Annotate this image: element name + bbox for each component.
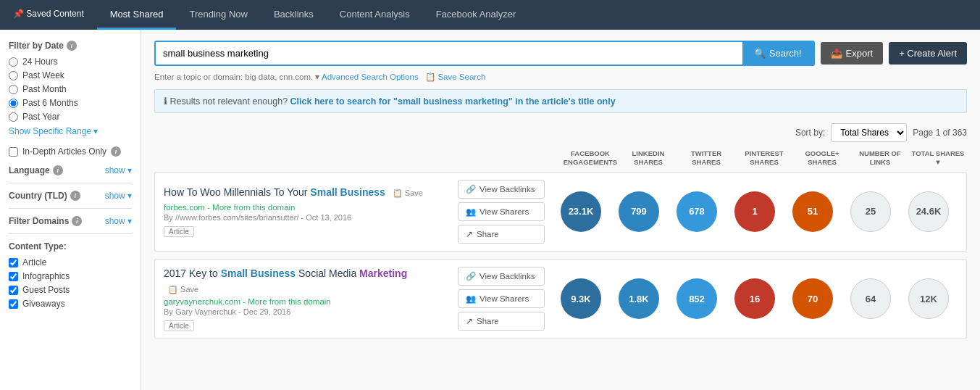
nav-item-facebook-analyzer[interactable]: Facebook Analyzer <box>423 0 529 30</box>
nav-item-trending-now[interactable]: Trending Now <box>176 0 260 30</box>
result-meta-2: By Gary Vaynerchuk - Dec 29, 2016 <box>164 307 451 316</box>
result-left-2: 2017 Key to Small Business Social Media … <box>164 267 451 332</box>
metric-linkedin-2: 1.8K <box>610 278 668 319</box>
view-backlinks-btn-1[interactable]: 🔗 View Backlinks <box>458 180 545 199</box>
result-meta-1: By //www.forbes.com/sites/briansutter/ -… <box>164 213 451 222</box>
search-button[interactable]: 🔍 Search! <box>742 42 813 65</box>
col-header-google-plus: GOOGLE+SHARES <box>793 149 851 167</box>
ct-giveaways-label: Giveaways <box>22 299 65 309</box>
search-input-wrap: 🔍 Search! <box>154 41 815 66</box>
action-btns-2: 🔗 View Backlinks 👥 View Sharers ↗ Share <box>458 267 545 331</box>
nav-item-saved-content[interactable]: 📌 Saved Content <box>0 0 97 30</box>
filter-date-title: Filter by Date <box>9 41 64 51</box>
save-result-2-link[interactable]: 📋 Save <box>168 285 198 294</box>
filter-domains-show-link[interactable]: show ▾ <box>105 216 132 226</box>
metrics-row-2: 9.3K 1.8K 852 16 70 64 12K <box>552 278 958 319</box>
sort-select[interactable]: Total Shares <box>831 123 907 142</box>
view-sharers-btn-2[interactable]: 👥 View Sharers <box>458 289 545 308</box>
ct-article-checkbox[interactable] <box>9 258 18 267</box>
nav-item-content-analysis[interactable]: Content Analysis <box>327 0 423 30</box>
backlinks-icon: 🔗 <box>466 184 476 194</box>
ct-guest-posts-checkbox[interactable] <box>9 286 18 295</box>
metric-pinterest-2: 16 <box>726 278 784 319</box>
search-hint: Enter a topic or domain: big data, cnn.c… <box>154 72 967 82</box>
sort-label: Sort by: <box>795 128 825 138</box>
share-btn-1[interactable]: ↗ Share <box>458 225 545 244</box>
radio-past-6-months[interactable]: Past 6 Months <box>9 98 132 108</box>
metric-pinterest-1: 1 <box>726 191 784 232</box>
export-icon: 📤 <box>831 48 842 59</box>
content-type-infographics: Infographics <box>9 271 132 281</box>
main-layout: Filter by Date i 24 Hours Past Week Past… <box>0 30 980 390</box>
result-left-1: How To Woo Millennials To Your Small Bus… <box>164 186 451 237</box>
date-filter-group: 24 Hours Past Week Past Month Past 6 Mon… <box>9 57 132 122</box>
main-content: 🔍 Search! 📤 Export + Create Alert Enter … <box>141 30 980 390</box>
search-icon: 🔍 <box>754 48 766 59</box>
filter-date-section: Filter by Date i <box>9 41 132 51</box>
show-specific-range-link[interactable]: Show Specific Range ▾ <box>9 126 132 136</box>
result-domain-2: garyvaynerchuk.com - More from this doma… <box>164 297 451 306</box>
search-bar-row: 🔍 Search! 📤 Export + Create Alert <box>154 41 967 66</box>
metric-linkedin-1: 799 <box>610 191 668 232</box>
language-info-icon[interactable]: i <box>53 165 63 175</box>
save-icon: 📋 <box>425 72 435 81</box>
indepth-info-icon[interactable]: i <box>111 146 121 157</box>
indepth-checkbox[interactable] <box>9 147 18 157</box>
metric-total-2: 12K <box>900 278 958 319</box>
radio-past-year-label: Past Year <box>22 112 59 122</box>
metric-facebook-2: 9.3K <box>552 278 610 319</box>
metric-links-1: 25 <box>842 191 900 232</box>
radio-past-week[interactable]: Past Week <box>9 70 132 80</box>
filter-domains-info-icon[interactable]: i <box>72 216 82 226</box>
search-input[interactable] <box>156 42 742 65</box>
advanced-search-link[interactable]: Advanced Search Options <box>322 72 419 81</box>
country-title: Country (TLD) i <box>9 191 80 201</box>
save-result-1-link[interactable]: 📋 Save <box>393 188 423 197</box>
country-show-link[interactable]: show ▾ <box>105 191 132 201</box>
ct-infographics-checkbox[interactable] <box>9 272 18 281</box>
nav-item-backlinks[interactable]: Backlinks <box>261 0 327 30</box>
share-btn-2[interactable]: ↗ Share <box>458 312 545 331</box>
content-type-title: Content Type: <box>9 241 132 252</box>
top-navigation: 📌 Saved Content Most Shared Trending Now… <box>0 0 980 30</box>
result-item-2: 2017 Key to Small Business Social Media … <box>154 259 967 340</box>
result-domain-1-link[interactable]: forbes.com <box>164 203 205 212</box>
radio-past-month-label: Past Month <box>22 84 67 94</box>
backlinks-icon-2: 🔗 <box>466 271 476 281</box>
result-item: How To Woo Millennials To Your Small Bus… <box>154 172 967 252</box>
ct-article-label: Article <box>22 257 46 267</box>
country-info-icon[interactable]: i <box>70 191 80 201</box>
sort-row: Sort by: Total Shares Page 1 of 363 <box>154 123 967 142</box>
share-icon: ↗ <box>466 229 473 239</box>
language-show-link[interactable]: show ▾ <box>105 165 132 175</box>
col-header-pinterest: PINTERESTSHARES <box>735 149 793 167</box>
content-type-giveaways: Giveaways <box>9 299 132 309</box>
view-backlinks-btn-2[interactable]: 🔗 View Backlinks <box>458 267 545 286</box>
view-sharers-btn-1[interactable]: 👥 View Sharers <box>458 202 545 221</box>
language-section: Language i show ▾ <box>9 165 132 175</box>
content-type-guest-posts: Guest Posts <box>9 285 132 295</box>
nav-item-most-shared[interactable]: Most Shared <box>97 0 177 30</box>
radio-past-year[interactable]: Past Year <box>9 112 132 122</box>
share-icon-2: ↗ <box>466 316 473 326</box>
relevance-title-search-link[interactable]: Click here to search for "small business… <box>290 96 616 107</box>
radio-24h[interactable]: 24 Hours <box>9 57 132 67</box>
metric-facebook-1: 23.1K <box>552 191 610 232</box>
export-button[interactable]: 📤 Export <box>821 42 884 65</box>
ct-infographics-label: Infographics <box>22 271 70 281</box>
ct-giveaways-checkbox[interactable] <box>9 299 18 309</box>
metric-total-1: 24.6K <box>900 191 958 232</box>
radio-past-month[interactable]: Past Month <box>9 84 132 94</box>
radio-past-6-months-label: Past 6 Months <box>22 98 78 108</box>
filter-date-info-icon[interactable]: i <box>67 41 77 51</box>
radio-past-week-label: Past Week <box>22 70 64 80</box>
result-domain-2-link[interactable]: garyvaynerchuk.com <box>164 297 240 306</box>
indepth-articles-row: In-Depth Articles Only i <box>9 146 132 157</box>
page-info: Page 1 of 363 <box>913 128 967 138</box>
col-header-facebook: FACEBOOKENGAGEMENTS <box>561 149 619 167</box>
metrics-row-1: 23.1K 799 678 1 51 25 24.6K <box>552 191 958 232</box>
save-search-link[interactable]: Save Search <box>437 72 485 81</box>
create-alert-button[interactable]: + Create Alert <box>889 42 967 65</box>
content-type-article: Article <box>9 257 132 267</box>
result-tag-1: Article <box>164 226 194 237</box>
